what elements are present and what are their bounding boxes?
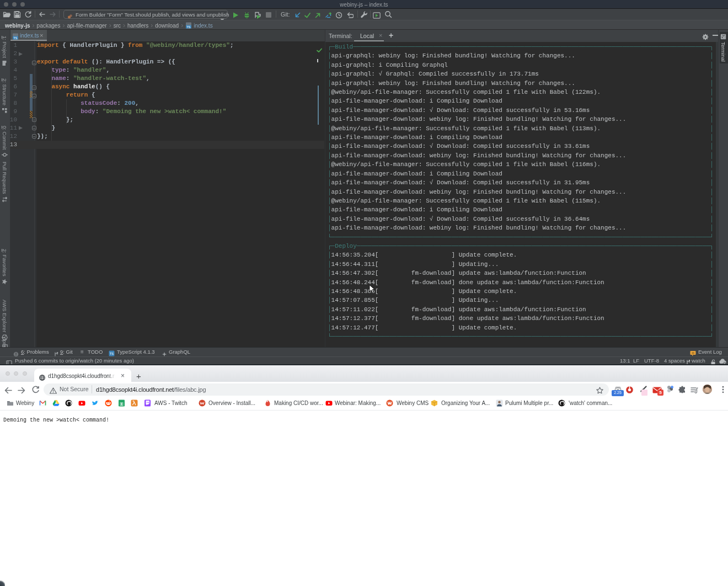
svg-text:TS: TS bbox=[110, 352, 114, 355]
svg-text:O: O bbox=[692, 351, 694, 355]
svg-text:TS: TS bbox=[187, 25, 191, 28]
svg-text:TS: TS bbox=[13, 36, 17, 40]
